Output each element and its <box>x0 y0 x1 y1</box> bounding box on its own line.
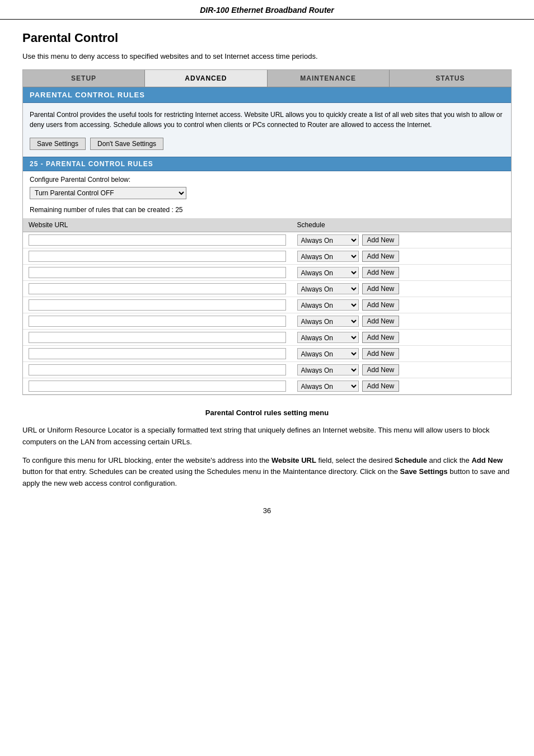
url-cell <box>23 248 292 265</box>
add-new-button[interactable]: Add New <box>362 332 400 343</box>
body-paragraph-1: URL or Uniform Resource Locator is a spe… <box>22 425 512 448</box>
url-cell <box>23 346 292 362</box>
description-text: Parental Control provides the useful too… <box>30 110 504 130</box>
table-row: Always OnAlways OffCustomAdd New <box>23 281 511 297</box>
add-new-button[interactable]: Add New <box>362 283 400 294</box>
document-title: DIR-100 Ethernet Broadband Router <box>200 6 334 15</box>
schedule-cell: Always OnAlways OffCustomAdd New <box>292 265 511 281</box>
schedule-cell: Always OnAlways OffCustomAdd New <box>292 330 511 346</box>
schedule-cell: Always OnAlways OffCustomAdd New <box>292 232 511 248</box>
add-new-button[interactable]: Add New <box>362 348 400 359</box>
tab-advanced[interactable]: ADVANCED <box>145 70 267 87</box>
table-row: Always OnAlways OffCustomAdd New <box>23 378 511 395</box>
router-box: SETUP ADVANCED MAINTENANCE STATUS PARENT… <box>22 69 512 395</box>
url-cell <box>23 378 292 395</box>
sub-section-header: 25 - PARENTAL CONTROL RULES <box>23 157 511 171</box>
schedule-select[interactable]: Always OnAlways OffCustom <box>297 381 359 392</box>
description-block: Parental Control provides the useful too… <box>23 103 511 133</box>
page-number: 36 <box>22 506 512 515</box>
table-header-row: Website URL Schedule <box>23 218 511 232</box>
url-table: Website URL Schedule Always OnAlways Off… <box>23 218 511 395</box>
schedule-cell: Always OnAlways OffCustomAdd New <box>292 313 511 330</box>
col-header-url: Website URL <box>23 218 292 232</box>
table-row: Always OnAlways OffCustomAdd New <box>23 248 511 265</box>
url-input[interactable] <box>29 267 286 278</box>
configure-label: Configure Parental Control below: <box>23 171 511 186</box>
url-input[interactable] <box>29 234 286 246</box>
nav-tabs: SETUP ADVANCED MAINTENANCE STATUS <box>23 70 511 87</box>
parental-control-row: Turn Parental Control OFF Turn Parental … <box>23 186 511 204</box>
url-cell <box>23 313 292 330</box>
table-row: Always OnAlways OffCustomAdd New <box>23 362 511 378</box>
col-header-schedule: Schedule <box>292 218 511 232</box>
schedule-cell: Always OnAlways OffCustomAdd New <box>292 346 511 362</box>
tab-status[interactable]: STATUS <box>390 70 511 87</box>
caption: Parental Control rules setting menu <box>22 408 512 417</box>
table-row: Always OnAlways OffCustomAdd New <box>23 346 511 362</box>
tab-setup[interactable]: SETUP <box>23 70 145 87</box>
remaining-label: Remaining number of rules that can be cr… <box>23 204 511 218</box>
schedule-select[interactable]: Always OnAlways OffCustom <box>297 267 359 278</box>
table-row: Always OnAlways OffCustomAdd New <box>23 330 511 346</box>
url-cell <box>23 297 292 313</box>
schedule-select[interactable]: Always OnAlways OffCustom <box>297 332 359 343</box>
url-cell <box>23 362 292 378</box>
parental-control-select[interactable]: Turn Parental Control OFF Turn Parental … <box>30 187 186 199</box>
url-cell <box>23 232 292 248</box>
schedule-cell: Always OnAlways OffCustomAdd New <box>292 297 511 313</box>
table-row: Always OnAlways OffCustomAdd New <box>23 232 511 248</box>
table-row: Always OnAlways OffCustomAdd New <box>23 313 511 330</box>
schedule-select[interactable]: Always OnAlways OffCustom <box>297 348 359 359</box>
url-input[interactable] <box>29 283 286 294</box>
btn-row: Save Settings Don't Save Settings <box>23 133 511 157</box>
schedule-select[interactable]: Always OnAlways OffCustom <box>297 283 359 294</box>
url-input[interactable] <box>29 316 286 327</box>
page-title: Parental Control <box>22 31 512 45</box>
table-row: Always OnAlways OffCustomAdd New <box>23 297 511 313</box>
url-input[interactable] <box>29 381 286 392</box>
url-input[interactable] <box>29 332 286 343</box>
body-paragraph-2: To configure this menu for URL blocking,… <box>22 455 512 490</box>
schedule-cell: Always OnAlways OffCustomAdd New <box>292 248 511 265</box>
url-input[interactable] <box>29 299 286 311</box>
intro-text: Use this menu to deny access to specifie… <box>22 52 512 60</box>
table-row: Always OnAlways OffCustomAdd New <box>23 265 511 281</box>
url-cell <box>23 330 292 346</box>
save-settings-button[interactable]: Save Settings <box>30 138 86 150</box>
url-cell <box>23 281 292 297</box>
add-new-button[interactable]: Add New <box>362 299 400 311</box>
schedule-cell: Always OnAlways OffCustomAdd New <box>292 362 511 378</box>
add-new-button[interactable]: Add New <box>362 267 400 278</box>
add-new-button[interactable]: Add New <box>362 364 400 375</box>
page-header: DIR-100 Ethernet Broadband Router <box>0 0 534 20</box>
schedule-select[interactable]: Always OnAlways OffCustom <box>297 251 359 262</box>
schedule-select[interactable]: Always OnAlways OffCustom <box>297 364 359 375</box>
url-input[interactable] <box>29 251 286 262</box>
url-input[interactable] <box>29 348 286 359</box>
schedule-cell: Always OnAlways OffCustomAdd New <box>292 281 511 297</box>
add-new-button[interactable]: Add New <box>362 234 400 246</box>
add-new-button[interactable]: Add New <box>362 381 400 392</box>
url-cell <box>23 265 292 281</box>
schedule-select[interactable]: Always OnAlways OffCustom <box>297 316 359 327</box>
add-new-button[interactable]: Add New <box>362 316 400 327</box>
schedule-select[interactable]: Always OnAlways OffCustom <box>297 234 359 246</box>
url-input[interactable] <box>29 364 286 375</box>
add-new-button[interactable]: Add New <box>362 251 400 262</box>
schedule-select[interactable]: Always OnAlways OffCustom <box>297 299 359 311</box>
schedule-cell: Always OnAlways OffCustomAdd New <box>292 378 511 395</box>
tab-maintenance[interactable]: MAINTENANCE <box>268 70 390 87</box>
dont-save-settings-button[interactable]: Don't Save Settings <box>90 138 163 150</box>
section-header: PARENTAL CONTROL RULES <box>23 87 511 103</box>
